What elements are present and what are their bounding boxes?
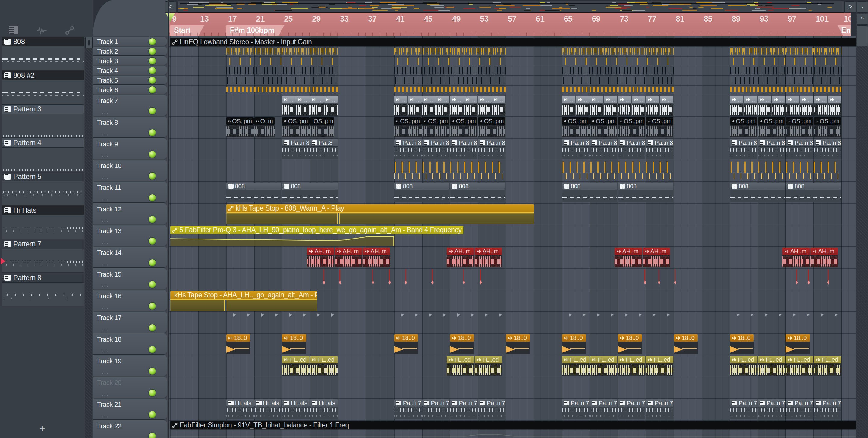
track-row-header[interactable]: Track 16... xyxy=(93,290,167,311)
pattern-ticks-clip[interactable] xyxy=(394,87,506,94)
micro-clip-icon[interactable] xyxy=(415,313,418,316)
clip-header[interactable]: FL..ed xyxy=(814,356,841,363)
clip-header[interactable]: 808 xyxy=(394,182,450,190)
track-row-header[interactable]: Track 7... xyxy=(93,95,167,116)
micro-clip-icon[interactable] xyxy=(303,313,306,316)
clip-header[interactable]: 808 xyxy=(562,182,618,190)
clip-header[interactable]: OS..pm xyxy=(226,117,254,125)
pattern-ticks-clip[interactable] xyxy=(562,77,674,85)
track-row-header[interactable]: Track 18... xyxy=(93,334,167,354)
micro-clip-icon[interactable] xyxy=(793,313,796,316)
pattern-item[interactable]: 808 #2 xyxy=(2,70,84,104)
clip-header[interactable]: 18..0 xyxy=(674,334,698,342)
clip-header[interactable]: .. xyxy=(282,96,296,103)
track-options-dots[interactable]: ... xyxy=(102,238,109,245)
automation-clip-header[interactable]: FabFilter Simplon - 91V_TB_hihat_balance… xyxy=(170,421,856,429)
waveform-icon[interactable] xyxy=(37,25,47,36)
clip-header[interactable]: Pa..n 7 xyxy=(786,399,813,407)
playlist-grid[interactable]: LinEQ Lowband Stereo - Master - Input Ga… xyxy=(169,36,856,438)
clip-header[interactable]: FL..ed xyxy=(447,356,474,363)
pattern-preview[interactable] xyxy=(2,46,84,70)
clip-header[interactable]: OS..pm xyxy=(562,117,590,125)
clip-header[interactable]: .. xyxy=(730,96,743,103)
clip-header[interactable]: .. xyxy=(464,96,477,103)
pattern-ticks-clip[interactable] xyxy=(394,77,506,85)
clip-header[interactable]: FL..ed xyxy=(590,356,618,363)
clip-header[interactable]: .. xyxy=(492,96,505,103)
track-row-header[interactable]: Track 3 xyxy=(93,56,167,65)
clip-header[interactable]: OS..pm xyxy=(590,117,618,125)
pattern-ticks-clip[interactable] xyxy=(562,162,671,180)
audio-sliver-clip[interactable] xyxy=(323,269,325,289)
track-enable-led[interactable] xyxy=(149,303,156,310)
clip-header[interactable]: .. xyxy=(590,96,603,103)
pattern-item[interactable]: Hi-Hats xyxy=(2,205,84,239)
track-enable-led[interactable] xyxy=(149,151,156,158)
grid-track-lane[interactable] xyxy=(169,376,856,399)
micro-clip-icon[interactable] xyxy=(457,313,460,316)
micro-clip-icon[interactable] xyxy=(247,313,250,316)
clip-header[interactable]: AH..m xyxy=(782,248,810,255)
clip-header[interactable]: Pa..n 8 xyxy=(814,139,841,146)
clip-header[interactable]: Pa..n 8 xyxy=(786,139,813,146)
clip-header[interactable]: AH..m xyxy=(335,248,362,255)
track-enable-led[interactable] xyxy=(149,48,156,55)
automation-link-icon[interactable] xyxy=(65,26,74,35)
clip-header[interactable]: Pa..n 7 xyxy=(618,399,645,407)
audio-sliver-clip[interactable] xyxy=(431,269,434,289)
pattern-preview[interactable] xyxy=(2,215,84,239)
clip-header[interactable]: AH..m xyxy=(307,248,334,255)
pattern-item[interactable]: Pattern 5 xyxy=(2,172,84,205)
clip-header[interactable]: Pa..n 8 xyxy=(282,139,310,146)
audio-sliver-clip[interactable] xyxy=(339,269,341,289)
clip-header[interactable]: AH..m xyxy=(447,248,474,255)
audio-sliver-clip[interactable] xyxy=(807,269,810,289)
micro-clip-icon[interactable] xyxy=(835,313,838,316)
track-enable-led[interactable] xyxy=(149,411,156,418)
micro-clip-icon[interactable] xyxy=(821,313,824,316)
micro-clip-icon[interactable] xyxy=(667,313,670,316)
clip-header[interactable]: 18..0 xyxy=(786,334,809,342)
timeline-marker[interactable]: End xyxy=(838,25,850,36)
audio-sliver-clip[interactable] xyxy=(372,269,374,289)
automation-clip-header[interactable]: LinEQ Lowband Stereo - Master - Input Ga… xyxy=(170,38,856,46)
add-pattern-button[interactable]: + xyxy=(0,423,85,434)
clip-header[interactable]: OS..pm xyxy=(422,117,450,125)
clip-header[interactable]: .. xyxy=(296,96,310,103)
micro-clip-icon[interactable] xyxy=(331,313,334,316)
clip-header[interactable]: .. xyxy=(436,96,450,103)
clip-header[interactable]: Pa..n 7 xyxy=(422,399,450,407)
pattern-preview[interactable] xyxy=(2,282,84,306)
audio-sliver-clip[interactable] xyxy=(796,269,798,289)
playlist-overview-minimap[interactable] xyxy=(178,1,844,13)
automation-clip-header[interactable]: kHs Tape Stop - AHA_LH.._go_again_alt_Am… xyxy=(170,291,317,299)
track-options-dots[interactable]: ... xyxy=(102,325,109,332)
clip-header[interactable]: OS..pm xyxy=(450,117,477,125)
track-row-header[interactable]: Track 15... xyxy=(93,268,167,289)
clip-header[interactable]: OS..pm xyxy=(282,117,310,125)
clip-header[interactable]: .. xyxy=(744,96,757,103)
clip-header[interactable]: Pa..n 7 xyxy=(562,399,590,407)
track-row-header[interactable]: Track 5 xyxy=(93,76,167,85)
micro-clip-icon[interactable] xyxy=(751,313,753,316)
micro-clip-icon[interactable] xyxy=(569,313,572,316)
micro-clip-icon[interactable] xyxy=(625,313,628,316)
clip-header[interactable]: Pa..8 xyxy=(310,139,338,146)
pattern-ticks-clip[interactable] xyxy=(226,48,338,56)
micro-clip-icon[interactable] xyxy=(765,313,768,316)
pattern-ticks-clip[interactable] xyxy=(730,162,838,180)
clip-header[interactable]: Pa..n 7 xyxy=(646,399,673,407)
audio-sliver-clip[interactable] xyxy=(644,269,646,289)
pattern-ticks-clip[interactable] xyxy=(730,48,842,56)
clip-header[interactable]: AH..m xyxy=(475,248,502,255)
track-enable-led[interactable] xyxy=(149,325,156,331)
clip-header[interactable]: Pa..n 7 xyxy=(450,399,477,407)
overview-options-button[interactable]: · xyxy=(857,1,868,13)
clip-header[interactable]: 18..0 xyxy=(618,334,642,342)
track-options-dots[interactable]: ... xyxy=(102,412,109,419)
track-options-dots[interactable]: ... xyxy=(102,434,109,438)
clip-header[interactable]: .. xyxy=(758,96,771,103)
track-row-header[interactable]: Track 2 xyxy=(93,47,167,56)
track-row-header[interactable]: Track 10... xyxy=(93,160,167,181)
clip-header[interactable]: 18..0 xyxy=(226,334,250,342)
